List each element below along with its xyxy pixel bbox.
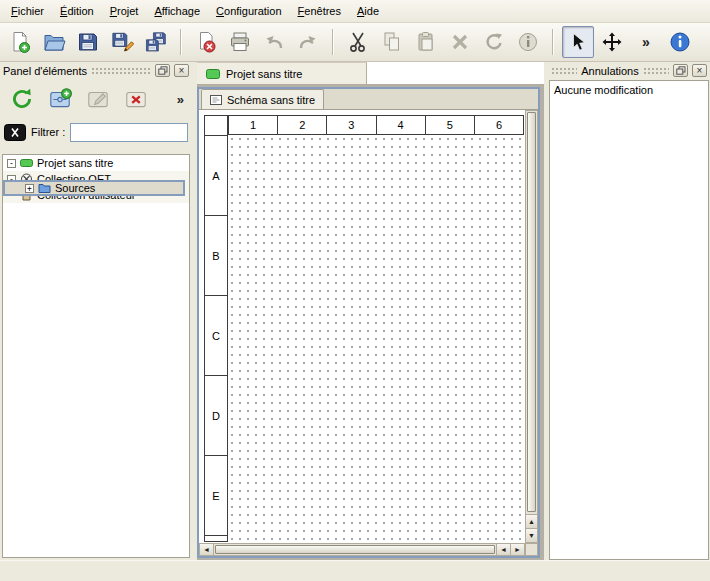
toolbar-separator bbox=[180, 29, 182, 55]
conductor-info-button[interactable] bbox=[512, 26, 544, 58]
save-all-icon bbox=[144, 30, 168, 54]
select-mode-button[interactable] bbox=[562, 26, 594, 58]
qelectrotech-window: Fichier Édition Projet Affichage Configu… bbox=[0, 0, 710, 581]
row-ruler: A B C D E bbox=[204, 115, 228, 542]
diagram-grid-canvas[interactable] bbox=[228, 135, 524, 542]
new-document-button[interactable] bbox=[4, 26, 36, 58]
scroll-left-icon: ◄ bbox=[203, 546, 210, 553]
scroll-up-button[interactable]: ▲ bbox=[526, 514, 537, 528]
menu-fichier[interactable]: Fichier bbox=[3, 2, 52, 21]
new-element-icon bbox=[47, 86, 73, 112]
scroll-left-button-2[interactable]: ◄ bbox=[496, 544, 510, 555]
menu-edition[interactable]: Édition bbox=[52, 2, 102, 21]
save-all-button[interactable] bbox=[140, 26, 172, 58]
undo-panel: Annulations × Aucune modification bbox=[548, 62, 710, 560]
expand-expander-icon[interactable]: + bbox=[25, 184, 34, 193]
filter-label: Filtrer : bbox=[31, 126, 65, 138]
scroll-left-icon: ◄ bbox=[500, 546, 507, 553]
undo-panel-title: Annulations bbox=[581, 65, 639, 77]
dock-grip[interactable] bbox=[643, 67, 669, 75]
schema-tabbar: Schéma sans titre bbox=[199, 89, 538, 110]
undo-panel-titlebar[interactable]: Annulations × bbox=[548, 62, 710, 79]
menu-projet[interactable]: Projet bbox=[102, 2, 147, 21]
project-tab-icon bbox=[206, 69, 220, 79]
menu-configuration[interactable]: Configuration bbox=[208, 2, 289, 21]
undo-empty-message: Aucune modification bbox=[554, 84, 653, 96]
overflow-chevron-icon: » bbox=[642, 34, 650, 50]
tree-item-sources[interactable]: + Sources bbox=[3, 180, 185, 196]
elements-panel-title: Panel d'éléments bbox=[3, 65, 87, 77]
close-file-icon bbox=[194, 30, 218, 54]
open-file-button[interactable] bbox=[38, 26, 70, 58]
float-panel-button[interactable] bbox=[673, 64, 688, 77]
delete-element-button[interactable] bbox=[120, 83, 152, 115]
horizontal-scrollbar[interactable]: ◄ ◄ ► bbox=[199, 543, 525, 556]
panel-overflow-button[interactable]: » bbox=[177, 92, 186, 107]
edit-element-icon bbox=[85, 86, 111, 112]
column-header: 3 bbox=[327, 116, 376, 134]
project-icon bbox=[20, 157, 33, 169]
dock-grip[interactable] bbox=[551, 67, 577, 75]
scroll-right-button[interactable]: ► bbox=[510, 544, 524, 555]
vertical-scrollbar[interactable]: ▲ ▼ bbox=[525, 110, 538, 543]
column-header: 6 bbox=[475, 116, 523, 134]
edit-element-button[interactable] bbox=[82, 83, 114, 115]
filter-input[interactable] bbox=[70, 123, 188, 142]
row-header: D bbox=[205, 376, 227, 456]
menu-fenetres[interactable]: Fenêtres bbox=[290, 2, 349, 21]
save-as-button[interactable] bbox=[106, 26, 138, 58]
float-panel-button[interactable] bbox=[155, 64, 170, 77]
scroll-down-icon: ▼ bbox=[528, 532, 535, 539]
column-header: 2 bbox=[278, 116, 327, 134]
close-panel-button[interactable]: × bbox=[692, 64, 707, 77]
about-info-icon bbox=[668, 30, 692, 54]
scroll-right-icon: ► bbox=[514, 546, 521, 553]
close-panel-button[interactable]: × bbox=[174, 64, 189, 77]
undo-button[interactable] bbox=[258, 26, 290, 58]
printer-icon bbox=[228, 30, 252, 54]
about-button[interactable] bbox=[664, 26, 696, 58]
new-element-button[interactable] bbox=[44, 83, 76, 115]
conductor-info-icon bbox=[516, 30, 540, 54]
tree-item-projet-sans-titre[interactable]: - Projet sans titre bbox=[3, 155, 189, 171]
row-header: A bbox=[205, 136, 227, 216]
clear-filter-button[interactable] bbox=[4, 124, 26, 141]
menu-aide[interactable]: Aide bbox=[349, 2, 387, 21]
delete-button[interactable] bbox=[444, 26, 476, 58]
cut-icon bbox=[346, 30, 370, 54]
tab-projet-sans-titre[interactable]: Projet sans titre bbox=[197, 62, 367, 84]
paste-icon bbox=[414, 30, 438, 54]
copy-icon bbox=[380, 30, 404, 54]
scroll-down-button[interactable]: ▼ bbox=[526, 528, 537, 542]
reload-collections-button[interactable] bbox=[6, 83, 38, 115]
dock-grip[interactable] bbox=[91, 67, 151, 75]
project-tabbar: Projet sans titre bbox=[197, 62, 544, 85]
collapse-expander-icon[interactable]: - bbox=[7, 159, 16, 168]
scroll-left-button[interactable]: ◄ bbox=[200, 544, 214, 555]
move-mode-button[interactable] bbox=[596, 26, 628, 58]
cut-button[interactable] bbox=[342, 26, 374, 58]
reload-icon bbox=[9, 86, 35, 112]
diagram-view[interactable]: 1 2 3 4 5 6 A B C D E bbox=[199, 110, 538, 556]
schema-tab-icon bbox=[210, 95, 222, 105]
undo-history-list[interactable]: Aucune modification bbox=[549, 80, 709, 560]
toolbar-overflow-button[interactable]: » bbox=[630, 26, 662, 58]
elements-panel-titlebar[interactable]: Panel d'éléments × bbox=[0, 62, 192, 79]
tab-schema-sans-titre[interactable]: Schéma sans titre bbox=[201, 89, 324, 109]
clear-filter-icon bbox=[4, 124, 26, 141]
toolbar-separator bbox=[332, 29, 334, 55]
vertical-scrollbar-thumb[interactable] bbox=[527, 112, 536, 512]
paste-button[interactable] bbox=[410, 26, 442, 58]
main-toolbar: » bbox=[0, 23, 710, 62]
close-file-button[interactable] bbox=[190, 26, 222, 58]
print-button[interactable] bbox=[224, 26, 256, 58]
menu-affichage[interactable]: Affichage bbox=[146, 2, 208, 21]
horizontal-scrollbar-thumb[interactable] bbox=[215, 545, 495, 554]
copy-button[interactable] bbox=[376, 26, 408, 58]
redo-button[interactable] bbox=[292, 26, 324, 58]
schema-tab-label: Schéma sans titre bbox=[227, 94, 315, 106]
row-header: C bbox=[205, 296, 227, 376]
save-button[interactable] bbox=[72, 26, 104, 58]
new-document-icon bbox=[8, 30, 32, 54]
rotate-button[interactable] bbox=[478, 26, 510, 58]
